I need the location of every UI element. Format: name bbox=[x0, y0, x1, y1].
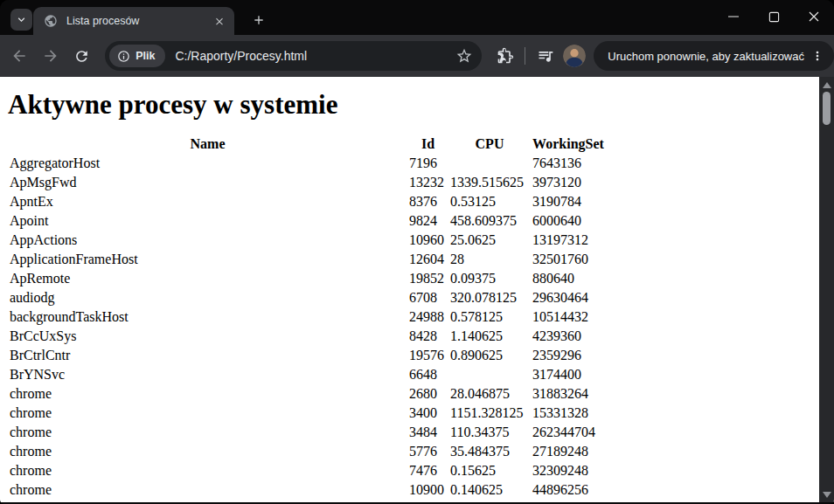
browser-toolbar: Plik C:/Raporty/Procesy.html Uruchom pon… bbox=[0, 35, 834, 77]
cell-cpu: 1151.328125 bbox=[449, 404, 530, 422]
cell-workingset: 32501760 bbox=[532, 251, 605, 268]
toolbar-separator bbox=[525, 47, 525, 65]
cell-id: 2680 bbox=[408, 385, 448, 403]
cell-workingset: 31883264 bbox=[532, 385, 605, 403]
cell-workingset: 44896256 bbox=[532, 481, 605, 499]
cell-cpu bbox=[449, 155, 530, 172]
vertical-scrollbar[interactable] bbox=[819, 77, 834, 502]
maximize-button[interactable] bbox=[754, 0, 794, 33]
triangle-down-icon bbox=[823, 492, 831, 498]
info-icon bbox=[117, 50, 130, 63]
table-row: Apoint9824458.6093756000640 bbox=[9, 212, 605, 230]
menu-button[interactable] bbox=[808, 46, 827, 66]
cell-name: BrYNSvc bbox=[9, 366, 407, 383]
browser-tab[interactable]: Lista procesów bbox=[33, 7, 234, 35]
cell-id: 3400 bbox=[408, 404, 448, 422]
media-controls-button[interactable] bbox=[534, 45, 556, 67]
media-playlist-icon bbox=[537, 47, 554, 65]
cell-name: ApRemote bbox=[9, 270, 407, 287]
address-bar[interactable]: Plik C:/Raporty/Procesy.html bbox=[105, 41, 482, 71]
cell-name: chrome bbox=[9, 424, 407, 441]
column-header-workingset: WorkingSet bbox=[532, 135, 605, 153]
triangle-up-icon bbox=[823, 82, 831, 88]
tab-close-button[interactable] bbox=[212, 13, 227, 29]
column-header-id: Id bbox=[408, 135, 448, 153]
cell-id: 19576 bbox=[408, 347, 448, 364]
cell-cpu: 0.09375 bbox=[449, 270, 530, 287]
close-window-button[interactable] bbox=[794, 0, 834, 33]
bookmark-button[interactable] bbox=[455, 46, 474, 66]
minimize-icon bbox=[727, 10, 740, 23]
scroll-up-button[interactable] bbox=[819, 78, 834, 92]
cell-cpu: 110.34375 bbox=[449, 424, 530, 441]
cell-workingset: 29630464 bbox=[532, 289, 605, 307]
table-row: chrome577635.48437527189248 bbox=[9, 443, 605, 460]
column-header-cpu: CPU bbox=[449, 135, 530, 153]
cell-name: Apoint bbox=[9, 212, 407, 230]
maximize-icon bbox=[768, 11, 780, 23]
chevron-down-icon bbox=[15, 13, 28, 26]
cell-id: 19852 bbox=[408, 270, 448, 287]
cell-workingset: 6000640 bbox=[532, 212, 605, 230]
reload-button[interactable] bbox=[67, 41, 96, 71]
site-info-chip[interactable]: Plik bbox=[109, 45, 165, 67]
forward-button[interactable] bbox=[37, 41, 66, 71]
cell-name: chrome bbox=[9, 481, 407, 499]
cell-workingset: 3973120 bbox=[532, 174, 605, 191]
column-header-name: Name bbox=[9, 135, 407, 153]
table-row: backgroundTaskHost249880.57812510514432 bbox=[9, 308, 605, 326]
cell-name: audiodg bbox=[9, 289, 407, 307]
cell-id: 8376 bbox=[408, 193, 448, 211]
cell-cpu: 1.140625 bbox=[449, 328, 530, 345]
page-content: Aktywne procesy w systemie Name Id CPU W… bbox=[0, 77, 834, 502]
url-text: C:/Raporty/Procesy.html bbox=[175, 49, 455, 63]
cell-name: chrome bbox=[9, 462, 407, 480]
cell-id: 10960 bbox=[408, 231, 448, 249]
kebab-menu-icon bbox=[810, 49, 824, 63]
cell-workingset: 262344704 bbox=[532, 424, 605, 441]
cell-name: AppActions bbox=[9, 231, 407, 249]
cell-workingset: 13197312 bbox=[532, 231, 605, 249]
page-title: Aktywne procesy w systemie bbox=[8, 89, 834, 121]
table-header-row: Name Id CPU WorkingSet bbox=[9, 135, 605, 153]
avatar-icon bbox=[563, 45, 586, 67]
cell-name: AggregatorHost bbox=[9, 155, 407, 172]
cell-name: chrome bbox=[9, 443, 407, 460]
table-row: ApMsgFwd132321339.5156253973120 bbox=[9, 174, 605, 191]
table-row: BrCcUxSys84281.1406254239360 bbox=[9, 328, 605, 345]
cell-id: 6708 bbox=[408, 289, 448, 307]
puzzle-icon bbox=[497, 47, 514, 65]
scrollbar-thumb[interactable] bbox=[823, 92, 831, 125]
cell-cpu: 28 bbox=[449, 251, 530, 268]
cell-id: 24988 bbox=[408, 308, 448, 326]
cell-cpu: 458.609375 bbox=[449, 212, 530, 230]
cell-cpu: 320.078125 bbox=[449, 289, 530, 307]
table-row: AggregatorHost71967643136 bbox=[9, 155, 605, 172]
extensions-button[interactable] bbox=[494, 45, 516, 67]
table-row: ApplicationFrameHost126042832501760 bbox=[9, 251, 605, 268]
cell-id: 12604 bbox=[408, 251, 448, 268]
back-arrow-icon bbox=[10, 47, 28, 65]
cell-workingset: 7643136 bbox=[532, 155, 605, 172]
cell-name: ApntEx bbox=[9, 193, 407, 211]
cell-cpu: 28.046875 bbox=[449, 385, 530, 403]
forward-arrow-icon bbox=[42, 47, 59, 65]
cell-workingset: 27189248 bbox=[532, 443, 605, 460]
cell-id: 13232 bbox=[408, 174, 448, 191]
relaunch-to-update-button[interactable]: Uruchom ponownie, aby zaktualizować bbox=[594, 41, 834, 71]
process-table-body: AggregatorHost71967643136ApMsgFwd1323213… bbox=[9, 155, 605, 499]
process-table: Name Id CPU WorkingSet AggregatorHost719… bbox=[7, 134, 607, 501]
scroll-down-button[interactable] bbox=[819, 487, 834, 501]
minimize-button[interactable] bbox=[713, 0, 754, 33]
back-button[interactable] bbox=[5, 41, 34, 71]
profile-avatar[interactable] bbox=[563, 45, 586, 67]
table-row: chrome34001151.32812515331328 bbox=[9, 404, 605, 422]
new-tab-button[interactable] bbox=[247, 8, 271, 32]
tab-search-button[interactable] bbox=[10, 9, 32, 31]
browser-window: Lista procesów bbox=[0, 0, 834, 504]
cell-cpu: 25.0625 bbox=[449, 231, 530, 249]
cell-name: BrCcUxSys bbox=[9, 328, 407, 345]
cell-workingset: 15331328 bbox=[532, 404, 605, 422]
cell-cpu: 0.578125 bbox=[449, 308, 530, 326]
cell-name: ApplicationFrameHost bbox=[9, 251, 407, 268]
